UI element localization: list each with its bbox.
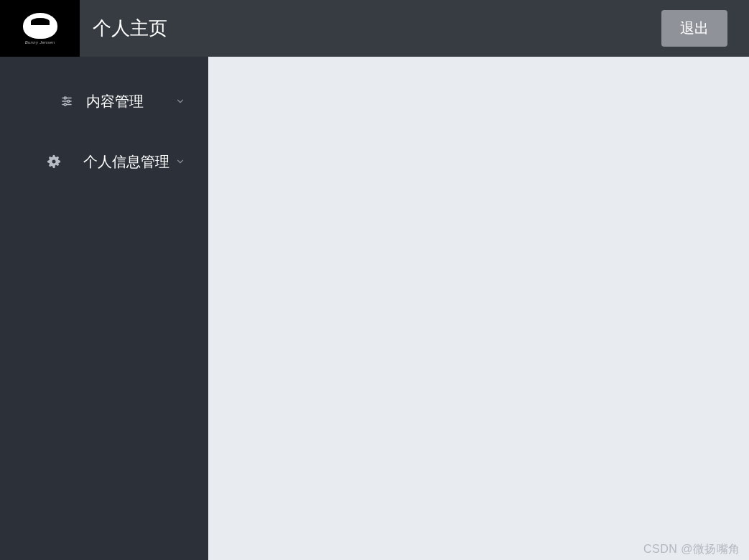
sidebar-item-label: 个人信息管理	[83, 152, 169, 172]
chevron-down-icon	[175, 96, 185, 106]
svg-point-4	[68, 101, 70, 103]
sidebar-item-content-management[interactable]: 内容管理	[0, 71, 208, 131]
svg-point-6	[52, 160, 56, 164]
page-title: 个人主页	[93, 16, 167, 41]
logout-button[interactable]: 退出	[661, 10, 727, 47]
svg-point-3	[64, 97, 66, 99]
logo-avatar-icon	[23, 13, 57, 39]
main-content: CSDN @微扬嘴角	[208, 57, 749, 560]
gear-icon	[46, 154, 62, 169]
layout: 内容管理 个人信息管理 CSDN @微扬嘴角	[0, 57, 749, 560]
logo-subtitle: Bunny Jensen	[25, 40, 55, 45]
sidebar-item-profile-management[interactable]: 个人信息管理	[0, 131, 208, 192]
header-left: Bunny Jensen 个人主页	[0, 0, 167, 57]
sidebar: 内容管理 个人信息管理	[0, 57, 208, 560]
sliders-icon	[59, 93, 75, 109]
header: Bunny Jensen 个人主页 退出	[0, 0, 749, 57]
logo[interactable]: Bunny Jensen	[0, 0, 80, 57]
svg-point-5	[64, 103, 66, 106]
chevron-down-icon	[175, 157, 185, 167]
sidebar-item-label: 内容管理	[86, 92, 144, 111]
watermark: CSDN @微扬嘴角	[643, 542, 740, 557]
